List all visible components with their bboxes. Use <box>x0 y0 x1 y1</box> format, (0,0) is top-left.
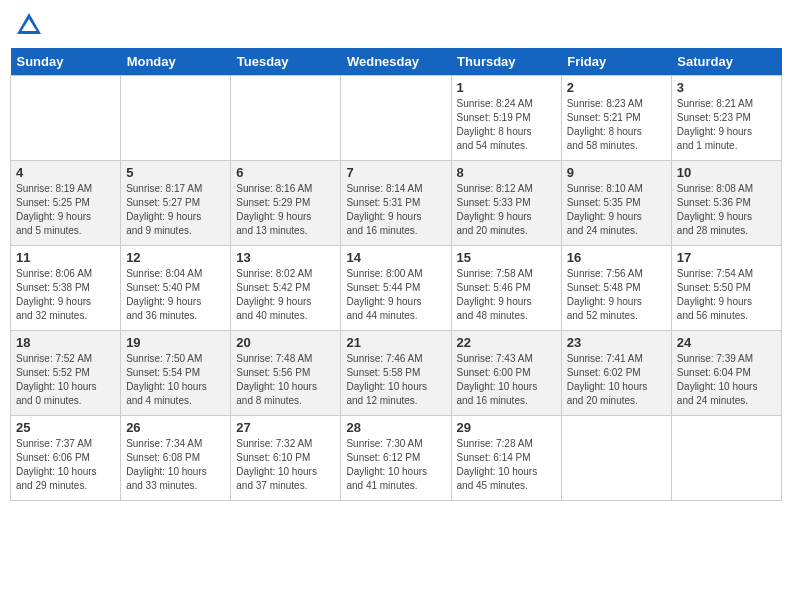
week-row-4: 18Sunrise: 7:52 AM Sunset: 5:52 PM Dayli… <box>11 331 782 416</box>
day-info: Sunrise: 7:30 AM Sunset: 6:12 PM Dayligh… <box>346 437 445 493</box>
week-row-1: 1Sunrise: 8:24 AM Sunset: 5:19 PM Daylig… <box>11 76 782 161</box>
day-info: Sunrise: 8:12 AM Sunset: 5:33 PM Dayligh… <box>457 182 556 238</box>
day-info: Sunrise: 8:08 AM Sunset: 5:36 PM Dayligh… <box>677 182 776 238</box>
day-number: 18 <box>16 335 115 350</box>
day-info: Sunrise: 8:19 AM Sunset: 5:25 PM Dayligh… <box>16 182 115 238</box>
col-header-saturday: Saturday <box>671 48 781 76</box>
day-number: 6 <box>236 165 335 180</box>
day-number: 20 <box>236 335 335 350</box>
week-row-2: 4Sunrise: 8:19 AM Sunset: 5:25 PM Daylig… <box>11 161 782 246</box>
calendar-cell: 5Sunrise: 8:17 AM Sunset: 5:27 PM Daylig… <box>121 161 231 246</box>
day-number: 15 <box>457 250 556 265</box>
header-row: SundayMondayTuesdayWednesdayThursdayFrid… <box>11 48 782 76</box>
calendar-cell: 10Sunrise: 8:08 AM Sunset: 5:36 PM Dayli… <box>671 161 781 246</box>
calendar-cell: 1Sunrise: 8:24 AM Sunset: 5:19 PM Daylig… <box>451 76 561 161</box>
logo <box>14 10 46 40</box>
calendar-cell: 25Sunrise: 7:37 AM Sunset: 6:06 PM Dayli… <box>11 416 121 501</box>
day-number: 2 <box>567 80 666 95</box>
calendar-cell: 21Sunrise: 7:46 AM Sunset: 5:58 PM Dayli… <box>341 331 451 416</box>
day-info: Sunrise: 8:24 AM Sunset: 5:19 PM Dayligh… <box>457 97 556 153</box>
calendar-cell: 18Sunrise: 7:52 AM Sunset: 5:52 PM Dayli… <box>11 331 121 416</box>
calendar-cell: 24Sunrise: 7:39 AM Sunset: 6:04 PM Dayli… <box>671 331 781 416</box>
day-number: 5 <box>126 165 225 180</box>
col-header-thursday: Thursday <box>451 48 561 76</box>
calendar-cell: 13Sunrise: 8:02 AM Sunset: 5:42 PM Dayli… <box>231 246 341 331</box>
day-number: 17 <box>677 250 776 265</box>
day-number: 27 <box>236 420 335 435</box>
calendar-cell: 6Sunrise: 8:16 AM Sunset: 5:29 PM Daylig… <box>231 161 341 246</box>
calendar-cell: 9Sunrise: 8:10 AM Sunset: 5:35 PM Daylig… <box>561 161 671 246</box>
day-info: Sunrise: 7:52 AM Sunset: 5:52 PM Dayligh… <box>16 352 115 408</box>
day-info: Sunrise: 8:04 AM Sunset: 5:40 PM Dayligh… <box>126 267 225 323</box>
calendar-cell <box>121 76 231 161</box>
day-number: 23 <box>567 335 666 350</box>
page-header <box>10 10 782 40</box>
day-number: 28 <box>346 420 445 435</box>
calendar-cell: 8Sunrise: 8:12 AM Sunset: 5:33 PM Daylig… <box>451 161 561 246</box>
day-number: 29 <box>457 420 556 435</box>
calendar-cell: 22Sunrise: 7:43 AM Sunset: 6:00 PM Dayli… <box>451 331 561 416</box>
calendar-cell: 15Sunrise: 7:58 AM Sunset: 5:46 PM Dayli… <box>451 246 561 331</box>
day-info: Sunrise: 8:02 AM Sunset: 5:42 PM Dayligh… <box>236 267 335 323</box>
day-number: 24 <box>677 335 776 350</box>
calendar-cell <box>341 76 451 161</box>
col-header-monday: Monday <box>121 48 231 76</box>
day-number: 13 <box>236 250 335 265</box>
calendar-cell <box>561 416 671 501</box>
day-number: 3 <box>677 80 776 95</box>
day-number: 8 <box>457 165 556 180</box>
day-info: Sunrise: 8:17 AM Sunset: 5:27 PM Dayligh… <box>126 182 225 238</box>
day-number: 16 <box>567 250 666 265</box>
col-header-tuesday: Tuesday <box>231 48 341 76</box>
calendar-cell: 20Sunrise: 7:48 AM Sunset: 5:56 PM Dayli… <box>231 331 341 416</box>
day-number: 9 <box>567 165 666 180</box>
calendar-table: SundayMondayTuesdayWednesdayThursdayFrid… <box>10 48 782 501</box>
day-info: Sunrise: 7:41 AM Sunset: 6:02 PM Dayligh… <box>567 352 666 408</box>
calendar-cell: 11Sunrise: 8:06 AM Sunset: 5:38 PM Dayli… <box>11 246 121 331</box>
day-number: 22 <box>457 335 556 350</box>
day-info: Sunrise: 8:06 AM Sunset: 5:38 PM Dayligh… <box>16 267 115 323</box>
day-info: Sunrise: 8:21 AM Sunset: 5:23 PM Dayligh… <box>677 97 776 153</box>
day-info: Sunrise: 8:10 AM Sunset: 5:35 PM Dayligh… <box>567 182 666 238</box>
calendar-cell: 17Sunrise: 7:54 AM Sunset: 5:50 PM Dayli… <box>671 246 781 331</box>
calendar-cell: 27Sunrise: 7:32 AM Sunset: 6:10 PM Dayli… <box>231 416 341 501</box>
calendar-cell: 2Sunrise: 8:23 AM Sunset: 5:21 PM Daylig… <box>561 76 671 161</box>
calendar-cell: 14Sunrise: 8:00 AM Sunset: 5:44 PM Dayli… <box>341 246 451 331</box>
day-info: Sunrise: 7:48 AM Sunset: 5:56 PM Dayligh… <box>236 352 335 408</box>
calendar-cell: 3Sunrise: 8:21 AM Sunset: 5:23 PM Daylig… <box>671 76 781 161</box>
calendar-cell <box>11 76 121 161</box>
calendar-cell: 26Sunrise: 7:34 AM Sunset: 6:08 PM Dayli… <box>121 416 231 501</box>
day-info: Sunrise: 7:39 AM Sunset: 6:04 PM Dayligh… <box>677 352 776 408</box>
day-info: Sunrise: 7:43 AM Sunset: 6:00 PM Dayligh… <box>457 352 556 408</box>
day-info: Sunrise: 7:34 AM Sunset: 6:08 PM Dayligh… <box>126 437 225 493</box>
calendar-cell: 29Sunrise: 7:28 AM Sunset: 6:14 PM Dayli… <box>451 416 561 501</box>
col-header-wednesday: Wednesday <box>341 48 451 76</box>
day-info: Sunrise: 7:58 AM Sunset: 5:46 PM Dayligh… <box>457 267 556 323</box>
day-info: Sunrise: 7:46 AM Sunset: 5:58 PM Dayligh… <box>346 352 445 408</box>
day-number: 14 <box>346 250 445 265</box>
day-number: 12 <box>126 250 225 265</box>
day-number: 21 <box>346 335 445 350</box>
col-header-friday: Friday <box>561 48 671 76</box>
calendar-cell <box>671 416 781 501</box>
week-row-5: 25Sunrise: 7:37 AM Sunset: 6:06 PM Dayli… <box>11 416 782 501</box>
calendar-cell: 7Sunrise: 8:14 AM Sunset: 5:31 PM Daylig… <box>341 161 451 246</box>
day-info: Sunrise: 7:56 AM Sunset: 5:48 PM Dayligh… <box>567 267 666 323</box>
day-info: Sunrise: 8:14 AM Sunset: 5:31 PM Dayligh… <box>346 182 445 238</box>
day-number: 1 <box>457 80 556 95</box>
calendar-cell: 16Sunrise: 7:56 AM Sunset: 5:48 PM Dayli… <box>561 246 671 331</box>
day-number: 10 <box>677 165 776 180</box>
day-info: Sunrise: 7:32 AM Sunset: 6:10 PM Dayligh… <box>236 437 335 493</box>
day-info: Sunrise: 7:28 AM Sunset: 6:14 PM Dayligh… <box>457 437 556 493</box>
calendar-cell: 23Sunrise: 7:41 AM Sunset: 6:02 PM Dayli… <box>561 331 671 416</box>
day-info: Sunrise: 7:54 AM Sunset: 5:50 PM Dayligh… <box>677 267 776 323</box>
calendar-cell: 28Sunrise: 7:30 AM Sunset: 6:12 PM Dayli… <box>341 416 451 501</box>
day-info: Sunrise: 8:16 AM Sunset: 5:29 PM Dayligh… <box>236 182 335 238</box>
day-info: Sunrise: 8:00 AM Sunset: 5:44 PM Dayligh… <box>346 267 445 323</box>
col-header-sunday: Sunday <box>11 48 121 76</box>
day-info: Sunrise: 8:23 AM Sunset: 5:21 PM Dayligh… <box>567 97 666 153</box>
day-number: 25 <box>16 420 115 435</box>
day-number: 4 <box>16 165 115 180</box>
day-info: Sunrise: 7:37 AM Sunset: 6:06 PM Dayligh… <box>16 437 115 493</box>
calendar-cell: 4Sunrise: 8:19 AM Sunset: 5:25 PM Daylig… <box>11 161 121 246</box>
